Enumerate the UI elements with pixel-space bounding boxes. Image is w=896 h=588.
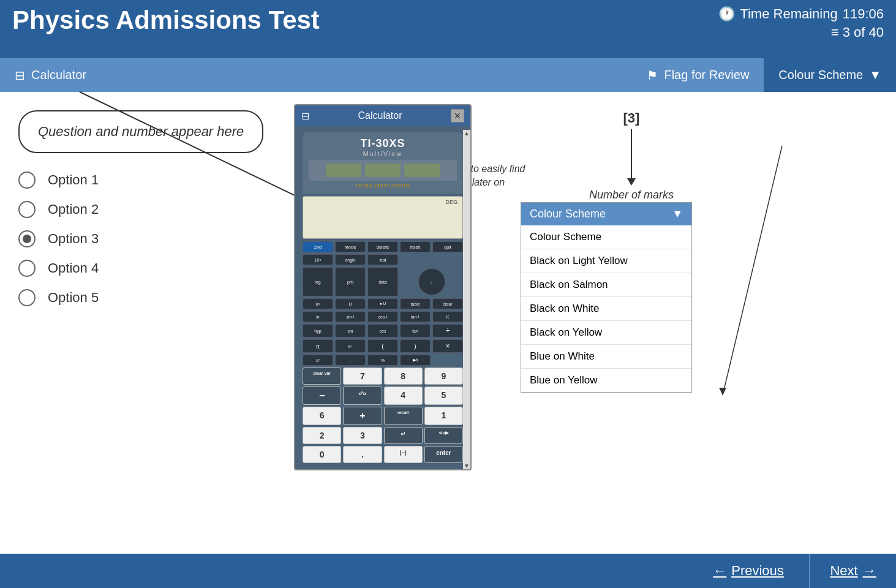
calculator-button[interactable]: ⊟ Calculator (0, 58, 101, 92)
dropdown-item-0[interactable]: Colour Scheme (521, 225, 691, 249)
calc-btn-recall[interactable]: recall (384, 407, 423, 425)
dropdown-item-2[interactable]: Black on Salmon (521, 273, 691, 297)
previous-label: Previous (731, 563, 784, 579)
calc-btn-k[interactable]: K (432, 311, 463, 322)
calculator-scrollbar[interactable]: ▲ ▼ (463, 130, 470, 469)
option-radio-4[interactable] (18, 260, 36, 277)
calc-btn-8[interactable]: 8 (384, 368, 423, 385)
calc-btn-x2[interactable]: x2 (303, 355, 333, 366)
scroll-down-arrow[interactable]: ▼ (464, 462, 470, 469)
calc-btn-stat[interactable]: stat (367, 254, 398, 265)
calc-btn-pi[interactable]: π (303, 339, 333, 353)
next-button[interactable]: Next → (810, 554, 896, 588)
calc-btn-tan1[interactable]: tan-1 (400, 311, 431, 322)
calc-btn-quit[interactable]: quit (432, 241, 463, 252)
previous-button[interactable]: ← Previous (688, 554, 810, 588)
calc-btn-7[interactable]: 7 (343, 368, 382, 385)
scroll-up-arrow[interactable]: ▲ (464, 130, 470, 137)
next-label: Next (830, 563, 857, 579)
colour-scheme-dropdown-header[interactable]: Colour Scheme ▼ (521, 203, 691, 225)
marks-arrow-line (631, 129, 632, 178)
calc-btn-tan[interactable]: tan (400, 324, 431, 337)
flag-icon: ⚑ (647, 68, 658, 83)
option-radio-2[interactable] (18, 201, 36, 218)
calc-btn-dot[interactable]: . (343, 446, 382, 463)
question-box: Question and number appear here (18, 110, 263, 153)
calc-btn-10x[interactable]: 10x (303, 254, 333, 265)
calc-btn-ex[interactable]: ex (303, 298, 333, 309)
dropdown-item-5[interactable]: Blue on White (521, 345, 691, 369)
calculator-model: TI-30XS (309, 137, 457, 150)
calc-btn-log[interactable]: log (303, 267, 333, 296)
calculator-titlebar: ⊟ Calculator ✕ (295, 105, 470, 126)
calc-btn-empty4[interactable]: ∙▸U (367, 298, 398, 309)
calc-btn-pct[interactable]: % (367, 355, 398, 366)
calc-btn-hyp[interactable]: hyp (303, 324, 333, 337)
colour-scheme-button[interactable]: Colour Scheme ▼ (764, 58, 896, 92)
calc-btn-2[interactable]: 2 (303, 427, 341, 444)
calc-btn-xsq[interactable]: x-1 (335, 339, 366, 353)
app-title: Physics Admissions Test (12, 6, 320, 34)
calc-btn-0[interactable]: 0 (303, 446, 341, 463)
calc-btn-x3[interactable]: , (335, 355, 366, 366)
calc-btn-gtfrac[interactable]: ▶h (400, 355, 431, 366)
calc-btn-empty5 (432, 355, 463, 366)
calc-btn-minus[interactable]: − (303, 386, 341, 405)
calc-btn-plus[interactable]: + (343, 407, 382, 425)
calc-btn-enter2[interactable]: enter (424, 446, 463, 463)
calc-btn-clear[interactable]: clear (432, 298, 463, 309)
calc-btn-nav[interactable]: ⬦ (418, 268, 445, 295)
calc-btn-cos1[interactable]: cos-1 (367, 311, 398, 322)
calculator-deg-indicator: DEG (445, 199, 457, 205)
option-radio-5[interactable] (18, 289, 36, 306)
calc-btn-empty3[interactable]: U (335, 298, 366, 309)
calc-btn-rparen[interactable]: ) (400, 339, 431, 353)
dropdown-item-3[interactable]: Black on White (521, 297, 691, 321)
flag-for-review-button[interactable]: ⚑ Flag for Review (632, 58, 764, 92)
display-slot-2 (365, 164, 401, 177)
calc-btn-data[interactable]: data (367, 267, 398, 296)
calc-btn-prb[interactable]: prb (335, 267, 366, 296)
calc-btn-1[interactable]: 1 (424, 407, 463, 425)
option-radio-3[interactable] (18, 230, 36, 247)
dropdown-item-4[interactable]: Black on Yellow (521, 321, 691, 345)
calc-btn-4[interactable]: 4 (384, 386, 423, 405)
time-label: Time Remaining (740, 6, 837, 22)
calc-btn-delete[interactable]: delete (367, 241, 398, 252)
calc-btn-sto[interactable]: sto▶ (424, 427, 463, 444)
calc-btn-6[interactable]: 6 (303, 407, 341, 425)
calc-btn-table[interactable]: table (400, 298, 431, 309)
prev-arrow-icon: ← (713, 563, 726, 579)
dropdown-item-6[interactable]: Blue on Yellow (521, 369, 691, 392)
calc-btn-clearvar[interactable]: clear var (303, 368, 341, 385)
calc-btn-empty2 (432, 254, 463, 265)
calc-btn-sin[interactable]: sin (335, 324, 366, 337)
calc-btn-insert[interactable]: insert (400, 241, 431, 252)
marks-annotation: [3] Number of marks (589, 110, 674, 202)
calc-btn-9[interactable]: 9 (424, 368, 463, 385)
option-label-3: Option 3 (48, 231, 99, 247)
option-radio-1[interactable] (18, 172, 36, 189)
header: Physics Admissions Test 🕐 Time Remaining… (0, 0, 896, 58)
calc-btn-mode[interactable]: mode (335, 241, 366, 252)
option-label-2: Option 2 (48, 202, 99, 217)
calculator-body: TI-30XS MultiView Texas Instruments DEG … (295, 126, 470, 469)
calc-btn-neg[interactable]: (−) (384, 446, 423, 463)
calculator-close-button[interactable]: ✕ (451, 109, 464, 123)
calc-btn-div[interactable]: ÷ (432, 324, 463, 337)
calc-btn-ln[interactable]: ln (303, 311, 333, 322)
calc-btn-sin1[interactable]: sin-1 (335, 311, 366, 322)
dropdown-item-1[interactable]: Black on Light Yellow (521, 249, 691, 273)
display-slot-3 (404, 164, 440, 177)
calc-btn-xyroot[interactable]: xy/z (343, 386, 382, 405)
calc-btn-mul[interactable]: × (432, 339, 463, 353)
calc-btn-enter1[interactable]: ↵ (384, 427, 423, 444)
calc-btn-angle[interactable]: angle (335, 254, 366, 265)
calc-btn-2nd[interactable]: 2nd (303, 241, 333, 252)
calc-btn-5[interactable]: 5 (424, 386, 463, 405)
toolbar: ⊟ Calculator ⚑ Flag for Review Colour Sc… (0, 58, 896, 92)
calc-btn-3[interactable]: 3 (343, 427, 382, 444)
marks-label: Number of marks (589, 189, 674, 202)
calc-btn-cos[interactable]: cos (367, 324, 398, 337)
calc-btn-lparen[interactable]: ( (367, 339, 398, 353)
